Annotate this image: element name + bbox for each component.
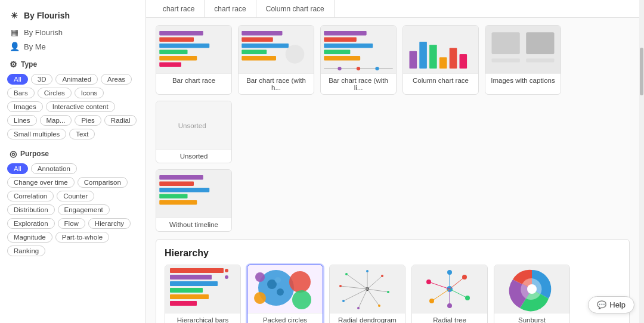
tag-all-purpose[interactable]: All [7, 163, 28, 174]
thumb-images-captions [485, 26, 561, 73]
svg-line-55 [367, 276, 382, 289]
svg-rect-10 [242, 56, 276, 60]
card-bar-chart-race-label: Bar chart race [156, 73, 231, 87]
svg-rect-9 [242, 50, 267, 54]
tag-hierarchy[interactable]: Hierarchy [88, 218, 131, 229]
card-packed-circles[interactable]: Packed circles [247, 265, 323, 323]
star-icon: ✳ [10, 11, 19, 20]
card-images-captions-label: Images with captions [485, 73, 561, 87]
svg-point-44 [225, 275, 228, 279]
card-radial-dendrogram-label: Radial dendrogram [330, 313, 405, 323]
tag-comparison[interactable]: Comparison [78, 177, 128, 188]
card-column-chart-race[interactable]: Column chart race [402, 25, 479, 95]
svg-line-72 [450, 277, 465, 289]
svg-point-46 [289, 271, 311, 293]
tag-pies[interactable]: Pies [75, 115, 101, 126]
card-bar-race-li[interactable]: Bar chart race (with li... [320, 25, 397, 95]
svg-point-52 [275, 277, 281, 283]
sidebar-by-flourish[interactable]: ▦ By Flourish [0, 25, 145, 39]
tag-lines[interactable]: Lines [7, 115, 37, 126]
svg-rect-6 [242, 31, 282, 35]
top-cards-grid: Bar chart race Bar chart race (with h... [156, 25, 630, 163]
card-without-timeline[interactable]: Without timeline [156, 169, 232, 232]
tag-magnitude[interactable]: Magnitude [7, 232, 52, 243]
thumb-sunburst [494, 265, 569, 313]
card-radial-tree-label: Radial tree [412, 313, 487, 323]
tag-distribution[interactable]: Distribution [7, 204, 55, 215]
tab-chart-race-2[interactable]: chart race [205, 0, 256, 17]
svg-rect-26 [460, 54, 467, 69]
card-bar-race-h[interactable]: Bar chart race (with h... [238, 25, 314, 95]
tag-all-type[interactable]: All [7, 74, 28, 85]
card-bar-race-h-label: Bar chart race (with h... [239, 73, 314, 94]
svg-rect-41 [170, 294, 209, 299]
type-section-label: ⚙ Type [0, 54, 145, 72]
user-icon: 👤 [10, 42, 19, 51]
svg-rect-2 [159, 44, 209, 48]
svg-rect-35 [159, 194, 187, 198]
svg-rect-4 [159, 56, 197, 60]
tag-bars[interactable]: Bars [7, 88, 35, 98]
svg-line-59 [343, 289, 367, 301]
card-radial-tree[interactable]: Radial tree [411, 265, 488, 323]
tag-small-multiples[interactable]: Small multiples [7, 129, 66, 139]
tag-flow[interactable]: Flow [58, 218, 85, 229]
card-bar-chart-race[interactable]: Bar chart race [156, 25, 232, 95]
sidebar-by-flourish-star[interactable]: ✳ By Flourish [0, 6, 145, 25]
svg-point-11 [286, 45, 305, 64]
tag-annotation[interactable]: Annotation [31, 163, 77, 174]
svg-rect-39 [170, 281, 218, 286]
svg-point-64 [387, 291, 389, 293]
svg-point-51 [277, 288, 284, 296]
tab-column-chart-race[interactable]: Column chart race [256, 0, 335, 17]
sidebar-by-me[interactable]: 👤 By Me [0, 39, 145, 54]
main-content: chart race chart race Column chart race [146, 0, 639, 323]
tag-interactive[interactable]: Interactive content [46, 101, 115, 112]
sidebar-by-me-label: By Me [24, 42, 46, 51]
tab-chart-race-1[interactable]: chart race [153, 0, 205, 17]
svg-rect-40 [170, 288, 203, 293]
card-images-captions[interactable]: Images with captions [485, 25, 561, 95]
tag-engagement[interactable]: Engagement [58, 204, 110, 215]
card-radial-dendrogram[interactable]: Radial dendrogram [329, 265, 405, 323]
tag-areas[interactable]: Areas [101, 74, 132, 85]
tag-correlation[interactable]: Correlation [7, 191, 54, 201]
card-sunburst[interactable]: Sunburst [494, 265, 570, 323]
thumb-radial-dendrogram [330, 265, 405, 313]
svg-rect-15 [324, 50, 350, 54]
tag-part-to-whole[interactable]: Part-to-whole [55, 232, 109, 243]
tag-exploration[interactable]: Exploration [7, 218, 55, 229]
tag-3d[interactable]: 3D [31, 74, 53, 85]
tag-maps[interactable]: Map... [40, 115, 72, 126]
tag-icons[interactable]: Icons [75, 88, 104, 98]
card-sunburst-label: Sunburst [494, 313, 569, 323]
svg-point-49 [255, 272, 265, 282]
tag-radial[interactable]: Radial [104, 115, 137, 126]
scroll-thumb[interactable] [640, 48, 643, 95]
tag-change-over-time[interactable]: Change over time [7, 177, 75, 188]
tag-ranking[interactable]: Ranking [7, 246, 45, 256]
svg-rect-38 [170, 275, 212, 279]
card-unsorted[interactable]: Unsorted Unsorted [156, 101, 232, 163]
tag-circles[interactable]: Circles [38, 88, 72, 98]
tag-images[interactable]: Images [7, 101, 43, 112]
card-hierarchical-bars[interactable]: Hierarchical bars [165, 265, 241, 323]
hierarchy-section-title: Hierarchy [165, 248, 621, 259]
help-button[interactable]: 💬 Help [588, 296, 634, 313]
thumb-radial-tree [412, 265, 487, 313]
svg-point-65 [378, 305, 380, 307]
svg-rect-13 [324, 38, 357, 42]
svg-line-75 [432, 289, 450, 301]
hierarchy-section: Hierarchy [156, 239, 630, 323]
tag-counter[interactable]: Counter [57, 191, 94, 201]
svg-point-82 [426, 279, 431, 284]
thumb-bar-race-li [321, 26, 396, 73]
svg-rect-25 [450, 48, 457, 69]
svg-line-73 [450, 289, 467, 298]
tag-animated[interactable]: Animated [55, 74, 98, 85]
card-without-timeline-label: Without timeline [156, 218, 231, 231]
tag-text[interactable]: Text [69, 129, 95, 139]
svg-point-68 [339, 285, 342, 287]
svg-rect-23 [429, 45, 437, 69]
svg-rect-16 [324, 56, 360, 60]
